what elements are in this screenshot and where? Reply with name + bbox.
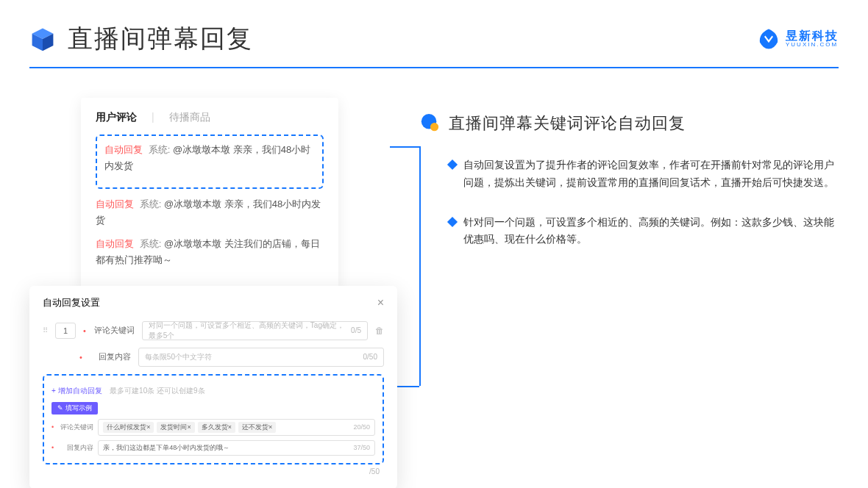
content-placeholder: 每条限50个中文字符 xyxy=(145,352,212,362)
required-dot: • xyxy=(83,326,86,335)
bullet-item: 自动回复设置为了提升作者的评论回复效率，作者可在开播前针对常见的评论用户问题，提… xyxy=(419,157,839,192)
keyword-input[interactable]: 对同一个问题，可设置多个相近、高频的关键词，Tag确定，最多5个 0/5 xyxy=(142,321,368,340)
outer-count: /50 xyxy=(43,467,384,476)
left-column: 用户评论 | 待播商品 自动回复 系统: @冰墩墩本墩 亲亲，我们48小时内发货… xyxy=(29,98,397,488)
tab-pending-products[interactable]: 待播商品 xyxy=(169,111,210,124)
delete-icon[interactable]: 🗑 xyxy=(375,326,384,336)
keyword-count: 0/5 xyxy=(351,326,361,334)
connector-line xyxy=(419,146,421,386)
comment-tabs: 用户评论 | 待播商品 xyxy=(96,111,324,124)
bullet-text: 针对同一个问题，可设置多个相近的、高频的关键词。例如：这款多少钱、这块能优惠吗、… xyxy=(463,214,839,249)
diamond-icon xyxy=(447,217,458,227)
required-dot: • xyxy=(79,353,82,362)
keyword-tag[interactable]: 什么时候发货× xyxy=(103,422,154,433)
bubble-icon xyxy=(419,113,440,134)
section-header: 直播间弹幕关键词评论自动回复 xyxy=(419,112,839,134)
tab-divider: | xyxy=(152,111,154,124)
ex-keyword-label: 评论关键词 xyxy=(58,423,93,432)
comment-item: 自动回复 系统: @冰墩墩本墩 关注我们的店铺，每日都有热门推荐呦～ xyxy=(96,236,324,268)
svg-point-5 xyxy=(430,123,438,131)
system-label: 系统: xyxy=(149,144,171,155)
auto-reply-settings-modal: 自动回复设置 × ⠿ 1 • 评论关键词 对同一个问题，可设置多个相近、高频的关… xyxy=(29,286,397,488)
cube-icon xyxy=(29,26,56,52)
content-label: 回复内容 xyxy=(90,351,131,362)
required-dot: • xyxy=(51,444,54,451)
keyword-tag[interactable]: 多久发货× xyxy=(198,422,235,433)
tab-user-comments[interactable]: 用户评论 xyxy=(96,111,137,124)
add-row: + 增加自动回复 最多可建10条 还可以创建9条 xyxy=(51,383,375,396)
close-icon[interactable]: × xyxy=(377,296,384,309)
auto-reply-badge: 自动回复 xyxy=(96,198,134,209)
modal-header: 自动回复设置 × xyxy=(43,296,384,309)
ex-content-label: 回复内容 xyxy=(58,443,93,453)
example-keyword-row: • 评论关键词 什么时候发货× 发货时间× 多久发货× 还不发货× 20/50 xyxy=(51,419,375,436)
auto-reply-badge: 自动回复 xyxy=(104,144,143,155)
ex-keyword-count: 20/50 xyxy=(353,423,370,431)
page-title: 直播间弹幕回复 xyxy=(68,22,253,56)
diamond-icon xyxy=(447,159,458,170)
content-row: • 回复内容 每条限50个中文字符 0/50 xyxy=(43,348,384,367)
page-header: 直播间弹幕回复 昱新科技 YUUXIN.COM xyxy=(0,0,868,63)
content-input[interactable]: 每条限50个中文字符 0/50 xyxy=(138,348,384,367)
keyword-placeholder: 对同一个问题，可设置多个相近、高频的关键词，Tag确定，最多5个 xyxy=(149,320,351,341)
bullet-item: 针对同一个问题，可设置多个相近的、高频的关键词。例如：这款多少钱、这块能优惠吗、… xyxy=(419,214,839,249)
ex-keyword-input[interactable]: 什么时候发货× 发货时间× 多久发货× 还不发货× 20/50 xyxy=(98,419,375,436)
bullet-text: 自动回复设置为了提升作者的评论回复效率，作者可在开播前针对常见的评论用户问题，提… xyxy=(463,157,839,192)
example-badge: ✎ 填写示例 xyxy=(51,402,98,415)
ex-content-count: 37/50 xyxy=(353,444,370,451)
comments-panel: 用户评论 | 待播商品 自动回复 系统: @冰墩墩本墩 亲亲，我们48小时内发货… xyxy=(81,98,338,290)
example-highlight: + 增加自动回复 最多可建10条 还可以创建9条 ✎ 填写示例 • 评论关键词 … xyxy=(43,374,384,464)
header-left: 直播间弹幕回复 xyxy=(29,22,253,56)
content-count: 0/50 xyxy=(363,353,377,361)
ex-content-input[interactable]: 亲，我们这边都是下单48小时内发货的哦～ 37/50 xyxy=(98,440,375,456)
add-auto-reply-link[interactable]: + 增加自动回复 xyxy=(51,387,102,395)
comment-item: 自动回复 系统: @冰墩墩本墩 亲亲，我们48小时内发货 xyxy=(104,142,315,174)
index-box: 1 xyxy=(55,323,76,339)
add-hint: 最多可建10条 还可以创建9条 xyxy=(110,387,204,395)
required-dot: • xyxy=(51,423,54,431)
keyword-tag[interactable]: 还不发货× xyxy=(238,422,276,433)
system-label: 系统: xyxy=(140,198,162,209)
section-title: 直播间弹幕关键词评论自动回复 xyxy=(449,112,686,134)
brand-url: YUUXIN.COM xyxy=(786,42,839,48)
keyword-tag[interactable]: 发货时间× xyxy=(157,422,194,433)
brand-name: 昱新科技 xyxy=(786,30,839,42)
comment-item: 自动回复 系统: @冰墩墩本墩 亲亲，我们48小时内发货 xyxy=(96,196,324,229)
system-label: 系统: xyxy=(140,238,162,249)
right-column: 直播间弹幕关键词评论自动回复 自动回复设置为了提升作者的评论回复效率，作者可在开… xyxy=(419,98,839,488)
keyword-label: 评论关键词 xyxy=(93,325,135,336)
drag-handle-icon[interactable]: ⠿ xyxy=(43,326,48,334)
ex-content-value: 亲，我们这边都是下单48小时内发货的哦～ xyxy=(103,443,230,453)
connector-line xyxy=(390,146,419,148)
auto-reply-badge: 自动回复 xyxy=(96,238,134,249)
brand-mark-icon xyxy=(758,28,780,50)
highlighted-comment: 自动回复 系统: @冰墩墩本墩 亲亲，我们48小时内发货 xyxy=(96,134,324,189)
example-content-row: • 回复内容 亲，我们这边都是下单48小时内发货的哦～ 37/50 xyxy=(51,440,375,456)
keyword-row: ⠿ 1 • 评论关键词 对同一个问题，可设置多个相近、高频的关键词，Tag确定，… xyxy=(43,321,384,340)
brand-logo: 昱新科技 YUUXIN.COM xyxy=(758,28,839,50)
main-content: 用户评论 | 待播商品 自动回复 系统: @冰墩墩本墩 亲亲，我们48小时内发货… xyxy=(0,68,868,488)
brand-text: 昱新科技 YUUXIN.COM xyxy=(786,30,839,48)
modal-title: 自动回复设置 xyxy=(43,296,100,309)
